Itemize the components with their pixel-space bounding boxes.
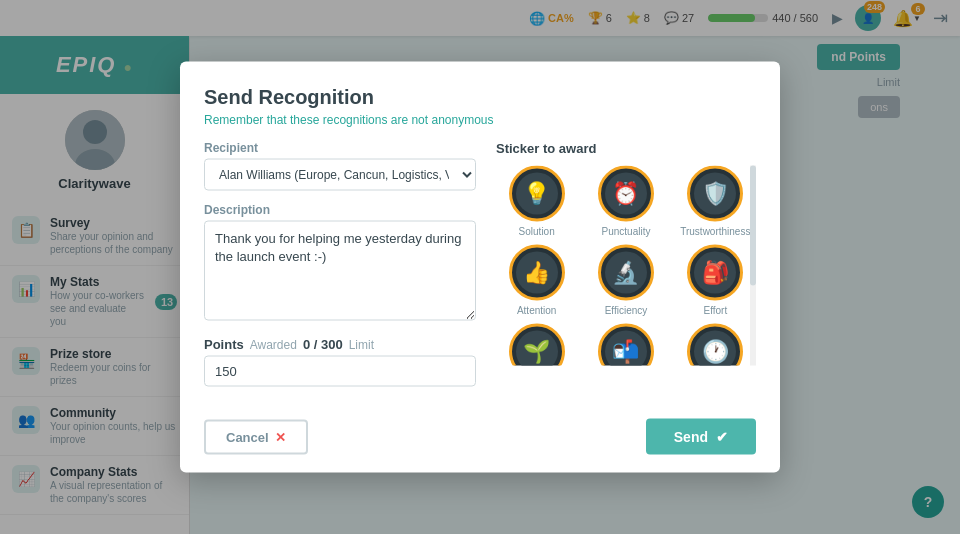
points-section: Points Awarded 0 / 300 Limit	[204, 337, 476, 387]
sticker-name: Punctuality	[602, 226, 651, 237]
cancel-button[interactable]: Cancel ✕	[204, 419, 308, 454]
sticker-circle: 🔬	[598, 245, 654, 301]
sticker-inner: ⏰	[605, 173, 647, 215]
points-input[interactable]	[204, 356, 476, 387]
scrollbar-track	[750, 166, 756, 366]
description-field: Description Thank you for helping me yes…	[204, 203, 476, 325]
sticker-name: Efficiency	[605, 305, 648, 316]
modal-subtitle: Remember that these recognitions are not…	[204, 113, 756, 127]
modal-right: Sticker to award 💡Solution⏰Punctuality🛡️…	[496, 141, 756, 387]
modal-left: Recipient Alan Williams (Europe, Cancun,…	[204, 141, 476, 387]
points-label-row: Points Awarded 0 / 300 Limit	[204, 337, 476, 352]
cancel-label: Cancel	[226, 429, 269, 444]
sticker-inner: 📬	[605, 331, 647, 366]
sticker-circle: 🛡️	[687, 166, 743, 222]
sticker-inner: 👍	[516, 252, 558, 294]
sticker-item[interactable]: 🕐Responsibility	[675, 324, 756, 366]
recipient-label: Recipient	[204, 141, 476, 155]
sticker-item[interactable]: 🛡️Trustworthiness	[675, 166, 756, 237]
send-recognition-modal: Send Recognition Remember that these rec…	[180, 62, 780, 473]
sticker-name: Solution	[519, 226, 555, 237]
sticker-name: Effort	[703, 305, 727, 316]
points-current: 0	[303, 337, 310, 352]
sticker-item[interactable]: ⏰Punctuality	[585, 166, 666, 237]
sticker-circle: 👍	[509, 245, 565, 301]
sticker-inner: 💡	[516, 173, 558, 215]
sticker-circle: 🌱	[509, 324, 565, 366]
modal-title: Send Recognition	[204, 86, 756, 109]
sticker-item[interactable]: 🔬Efficiency	[585, 245, 666, 316]
modal-footer: Cancel ✕ Send ✔	[180, 407, 780, 473]
recipient-select[interactable]: Alan Williams (Europe, Cancun, Logistics…	[204, 159, 476, 191]
sticker-circle: 💡	[509, 166, 565, 222]
description-textarea[interactable]: Thank you for helping me yesterday durin…	[204, 221, 476, 321]
send-button[interactable]: Send ✔	[646, 419, 756, 455]
points-max: 300	[321, 337, 343, 352]
sticker-item[interactable]: 💡Solution	[496, 166, 577, 237]
sticker-label: Sticker to award	[496, 141, 756, 156]
scrollbar-thumb[interactable]	[750, 166, 756, 286]
modal-body: Send Recognition Remember that these rec…	[180, 62, 780, 407]
sticker-circle: ⏰	[598, 166, 654, 222]
awarded-text: Awarded	[250, 337, 297, 351]
sticker-circle: 📬	[598, 324, 654, 366]
cancel-x-icon: ✕	[275, 429, 286, 444]
send-label: Send	[674, 429, 708, 445]
points-fraction: 0 / 300	[303, 337, 343, 352]
sticker-name: Attention	[517, 305, 556, 316]
points-label: Points	[204, 337, 244, 352]
sticker-circle: 🎒	[687, 245, 743, 301]
points-separator: /	[314, 337, 321, 352]
modal-columns: Recipient Alan Williams (Europe, Cancun,…	[204, 141, 756, 387]
sticker-circle: 🕐	[687, 324, 743, 366]
sticker-item[interactable]: 📬Tenacity	[585, 324, 666, 366]
sticker-item[interactable]: 🎒Effort	[675, 245, 756, 316]
points-limit: Limit	[349, 337, 374, 351]
send-check-icon: ✔	[716, 429, 728, 445]
sticker-inner: 🔬	[605, 252, 647, 294]
recipient-field: Recipient Alan Williams (Europe, Cancun,…	[204, 141, 476, 191]
sticker-inner: 🎒	[694, 252, 736, 294]
sticker-name: Trustworthiness	[680, 226, 750, 237]
sticker-item[interactable]: 👍Attention	[496, 245, 577, 316]
sticker-item[interactable]: 🌱Productivity	[496, 324, 577, 366]
sticker-grid: 💡Solution⏰Punctuality🛡️Trustworthiness👍A…	[496, 166, 756, 366]
sticker-inner: 🌱	[516, 331, 558, 366]
sticker-inner: 🛡️	[694, 173, 736, 215]
sticker-inner: 🕐	[694, 331, 736, 366]
description-label: Description	[204, 203, 476, 217]
